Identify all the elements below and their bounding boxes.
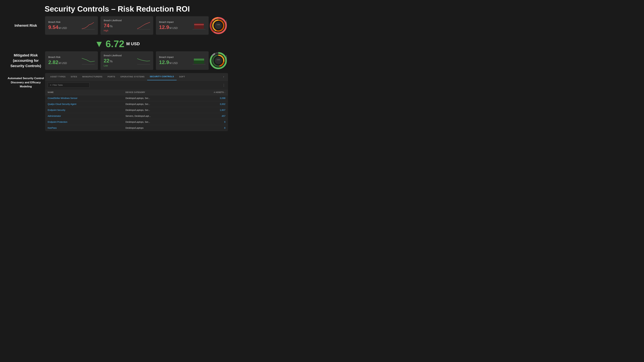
tab-sites[interactable]: SITES (68, 73, 80, 80)
mitigated-breach-likelihood-label: Breach Likelihood (104, 54, 122, 57)
svg-point-10 (215, 22, 222, 29)
table-row: Qualys Cloud Security Agent Desktops/Lap… (45, 101, 228, 107)
row-device-category: Desktops/Laptops (123, 125, 190, 131)
svg-text:PERIMETER: PERIMETER (226, 20, 227, 25)
mitigated-breach-risk-chart (82, 57, 95, 65)
row-name[interactable]: Qualys Cloud Security Agent (45, 101, 123, 107)
row-assets: 457 (191, 113, 228, 119)
mitigated-risk-label: Mitigated Risk(accounting forSecurity Co… (6, 53, 45, 68)
table-section: Automated Security Control Discovery and… (6, 73, 228, 131)
row-assets: 8 (191, 125, 228, 131)
inherent-breach-likelihood-sub: High (104, 29, 122, 32)
inherent-risk-section: Inherent Risk Breach Risk 9.54M USD (6, 16, 228, 35)
mitigated-breach-impact-chart (192, 57, 206, 65)
col-assets[interactable]: # ASSETS ↓ (191, 90, 228, 95)
inherent-risk-cards: Breach Risk 9.54M USD Breach Likelihood (45, 16, 209, 35)
row-name[interactable]: Administrator (45, 113, 123, 119)
mitigated-risk-section: Mitigated Risk(accounting forSecurity Co… (6, 51, 228, 70)
table-row: Endpoint Security Desktops/Laptops, Ser.… (45, 107, 228, 113)
inherent-breach-risk-chart (82, 21, 95, 29)
row-assets: 3,098 (191, 95, 228, 101)
tab-soft[interactable]: SOFT (176, 73, 188, 80)
inherent-breach-risk-value: 9.54M USD (48, 24, 67, 30)
mitigated-breach-impact-card: Breach Impact 12.9M USD (156, 51, 209, 70)
mitigated-breach-risk-value: 2.82M USD (48, 59, 67, 65)
svg-text:CORE: CORE (217, 24, 220, 25)
row-device-category: Desktops/Laptops, Ser... (123, 107, 190, 113)
mitigated-breach-likelihood-chart (137, 57, 150, 65)
inherent-breach-likelihood-label: Breach Likelihood (104, 19, 122, 22)
inherent-breach-likelihood-chart (137, 21, 150, 29)
row-device-category: Desktops/Laptops, Ser... (123, 95, 190, 101)
inherent-breach-risk-label: Breach Risk (48, 21, 67, 23)
mitigated-breach-impact-value: 12.9M USD (159, 59, 178, 65)
row-name[interactable]: KeePass (45, 125, 123, 131)
filter-placeholder: Filter Table (53, 84, 63, 86)
inherent-breach-impact-card: Breach Impact 12.9M USD (156, 16, 209, 35)
row-assets: 3,002 (191, 101, 228, 107)
filter-input-container[interactable]: ≡ Filter Table (48, 82, 90, 88)
tab-manufacturers[interactable]: MANUFACTURERS (80, 73, 105, 80)
reduction-row: ▼ 6.72 M USD (6, 36, 228, 51)
inherent-donut: CORE PERIMETER (209, 17, 228, 34)
mitigated-breach-likelihood-sub: Low (104, 64, 122, 67)
security-controls-table: NAME DEVICE CATEGORY # ASSETS ↓ CrowdStr… (45, 90, 228, 131)
svg-text:PERIMETER: PERIMETER (226, 55, 227, 61)
mitigated-breach-likelihood-card: Breach Likelihood 22% Low (100, 51, 153, 70)
table-options-menu[interactable]: ⋮ (222, 83, 226, 87)
table-section-label: Automated Security Control Discovery and… (6, 73, 45, 89)
reduction-value: ▼ 6.72 M USD (95, 38, 140, 49)
svg-text:CORE: CORE (217, 59, 220, 60)
table-header-row: NAME DEVICE CATEGORY # ASSETS ↓ (45, 90, 228, 95)
row-assets: 9 (191, 119, 228, 125)
mitigated-donut: CORE PERIMETER (209, 52, 228, 69)
tab-bar: ASSET TYPES SITES MANUFACTURERS PORTS OP… (45, 73, 228, 80)
tab-operating-systems[interactable]: OPERATING SYSTEMS (118, 73, 147, 80)
mitigated-breach-risk-label: Breach Risk (48, 56, 67, 58)
filter-row: ≡ Filter Table ⋮ (45, 80, 228, 90)
col-name: NAME (45, 90, 123, 95)
inherent-breach-impact-value: 12.9M USD (159, 24, 178, 30)
table-container: ASSET TYPES SITES MANUFACTURERS PORTS OP… (45, 73, 228, 131)
svg-point-24 (215, 57, 222, 64)
row-name[interactable]: Endpoint Security (45, 107, 123, 113)
tab-ports[interactable]: PORTS (105, 73, 118, 80)
svg-rect-16 (194, 58, 204, 60)
tab-more-icon[interactable]: › (222, 74, 226, 80)
row-name[interactable]: Endpoint Protection (45, 119, 123, 125)
row-device-category: Desktops/Laptops, Ser... (123, 119, 190, 125)
svg-rect-3 (194, 24, 204, 25)
table-row: Administrator Servers, Desktops/Lapt... … (45, 113, 228, 119)
mitigated-risk-cards: Breach Risk 2.82M USD Breach Likelihood (45, 51, 209, 70)
inherent-breach-risk-card: Breach Risk 9.54M USD (45, 16, 98, 35)
tab-asset-types[interactable]: ASSET TYPES (48, 73, 68, 80)
row-assets: 1,607 (191, 107, 228, 113)
inherent-breach-impact-chart (192, 21, 206, 29)
mitigated-breach-risk-card: Breach Risk 2.82M USD (45, 51, 98, 70)
mitigated-breach-impact-label: Breach Impact (159, 56, 178, 58)
filter-icon: ≡ (50, 84, 51, 86)
inherent-breach-impact-label: Breach Impact (159, 21, 178, 23)
row-name[interactable]: CrowdStrike Windows Sensor (45, 95, 123, 101)
row-device-category: Desktops/Laptops, Ser... (123, 101, 190, 107)
table-row: KeePass Desktops/Laptops 8 (45, 125, 228, 131)
inherent-risk-label: Inherent Risk (6, 23, 45, 28)
reduction-arrow-icon: ▼ (95, 39, 104, 49)
page-title: Security Controls – Risk Reduction ROI (0, 0, 234, 16)
inherent-breach-likelihood-value: 74% (104, 23, 122, 29)
tab-security-controls[interactable]: SECURITY CONTROLS (147, 73, 176, 80)
reduction-unit: M USD (126, 41, 140, 46)
inherent-breach-likelihood-card: Breach Likelihood 74% High (100, 16, 153, 35)
col-device-category: DEVICE CATEGORY (123, 90, 190, 95)
table-row: CrowdStrike Windows Sensor Desktops/Lapt… (45, 95, 228, 101)
table-row: Endpoint Protection Desktops/Laptops, Se… (45, 119, 228, 125)
mitigated-breach-likelihood-value: 22% (104, 58, 122, 64)
row-device-category: Servers, Desktops/Lapt... (123, 113, 190, 119)
